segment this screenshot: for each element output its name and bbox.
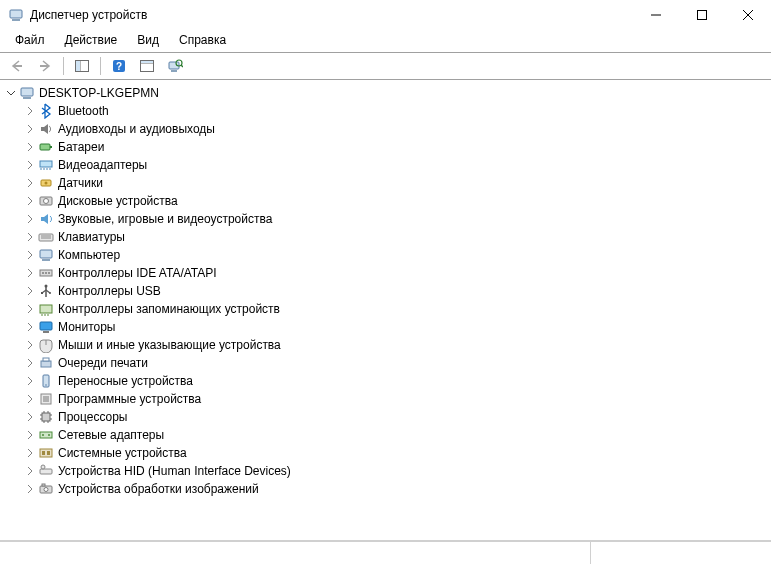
expand-collapse-icon[interactable]: [23, 484, 37, 494]
device-category-label: Батареи: [58, 140, 104, 154]
expand-collapse-icon[interactable]: [4, 88, 18, 98]
device-category-node[interactable]: Очереди печати: [23, 354, 767, 372]
toolbar-separator: [100, 57, 101, 75]
device-category-node[interactable]: Аудиовходы и аудиовыходы: [23, 120, 767, 138]
expand-collapse-icon[interactable]: [23, 268, 37, 278]
svg-rect-20: [21, 88, 33, 96]
expand-collapse-icon[interactable]: [23, 448, 37, 458]
battery-icon: [38, 139, 54, 155]
expand-collapse-icon[interactable]: [23, 106, 37, 116]
device-category-node[interactable]: Клавиатуры: [23, 228, 767, 246]
device-category-label: Компьютер: [58, 248, 120, 262]
device-category-label: Сетевые адаптеры: [58, 428, 164, 442]
audio-icon: [38, 121, 54, 137]
device-category-node[interactable]: Сетевые адаптеры: [23, 426, 767, 444]
svg-rect-53: [43, 331, 49, 333]
device-category-node[interactable]: Процессоры: [23, 408, 767, 426]
device-tree-pane[interactable]: DESKTOP-LKGEPMN BluetoothАудиовходы и ау…: [0, 80, 771, 541]
expand-collapse-icon[interactable]: [23, 124, 37, 134]
device-category-node[interactable]: Компьютер: [23, 246, 767, 264]
expand-collapse-icon[interactable]: [23, 232, 37, 242]
device-category-node[interactable]: Контроллеры USB: [23, 282, 767, 300]
software-dev-icon: [38, 391, 54, 407]
device-category-label: Системные устройства: [58, 446, 187, 460]
menu-view[interactable]: Вид: [130, 32, 166, 48]
expand-collapse-icon[interactable]: [23, 160, 37, 170]
tree-root-label: DESKTOP-LKGEPMN: [39, 86, 159, 100]
svg-point-30: [45, 182, 48, 185]
toolbar-scan-hardware-button[interactable]: [162, 54, 188, 78]
device-category-node[interactable]: Устройства обработки изображений: [23, 480, 767, 498]
device-category-node[interactable]: Переносные устройства: [23, 372, 767, 390]
storage-ctrl-icon: [38, 301, 54, 317]
toolbar-help-button[interactable]: ?: [106, 54, 132, 78]
device-category-node[interactable]: Системные устройства: [23, 444, 767, 462]
expand-collapse-icon[interactable]: [23, 304, 37, 314]
device-category-label: Переносные устройства: [58, 374, 193, 388]
menu-help[interactable]: Справка: [172, 32, 233, 48]
expand-collapse-icon[interactable]: [23, 286, 37, 296]
minimize-button[interactable]: [633, 0, 679, 30]
device-category-node[interactable]: Мониторы: [23, 318, 767, 336]
expand-collapse-icon[interactable]: [23, 358, 37, 368]
expand-collapse-icon[interactable]: [23, 178, 37, 188]
device-category-node[interactable]: Дисковые устройства: [23, 192, 767, 210]
expand-collapse-icon[interactable]: [23, 430, 37, 440]
device-category-label: Мониторы: [58, 320, 115, 334]
device-category-node[interactable]: Датчики: [23, 174, 767, 192]
device-category-node[interactable]: Bluetooth: [23, 102, 767, 120]
device-category-node[interactable]: Звуковые, игровые и видеоустройства: [23, 210, 767, 228]
toolbar-show-hide-tree-button[interactable]: [69, 54, 95, 78]
device-category-node[interactable]: Мыши и иные указывающие устройства: [23, 336, 767, 354]
svg-point-58: [45, 384, 47, 386]
tree-root-node[interactable]: DESKTOP-LKGEPMN: [4, 84, 767, 102]
close-button[interactable]: [725, 0, 771, 30]
app-icon: [8, 7, 24, 23]
expand-collapse-icon[interactable]: [23, 142, 37, 152]
portable-icon: [38, 373, 54, 389]
monitor-icon: [38, 319, 54, 335]
svg-point-47: [49, 292, 51, 294]
toolbar-back-button[interactable]: [4, 54, 30, 78]
device-category-node[interactable]: Контроллеры запоминающих устройств: [23, 300, 767, 318]
device-category-node[interactable]: Контроллеры IDE ATA/ATAPI: [23, 264, 767, 282]
expand-collapse-icon[interactable]: [23, 322, 37, 332]
expand-collapse-icon[interactable]: [23, 196, 37, 206]
expand-collapse-icon[interactable]: [23, 214, 37, 224]
svg-rect-0: [10, 10, 22, 18]
device-category-label: Аудиовходы и аудиовыходы: [58, 122, 215, 136]
device-category-node[interactable]: Батареи: [23, 138, 767, 156]
svg-rect-76: [40, 469, 52, 474]
maximize-button[interactable]: [679, 0, 725, 30]
svg-rect-15: [141, 61, 153, 63]
svg-rect-17: [171, 70, 177, 72]
toolbar-forward-button[interactable]: [32, 54, 58, 78]
system-dev-icon: [38, 445, 54, 461]
expand-collapse-icon[interactable]: [23, 340, 37, 350]
svg-point-79: [44, 488, 48, 492]
svg-rect-73: [40, 449, 52, 457]
toolbar-properties-button[interactable]: [134, 54, 160, 78]
svg-line-5: [743, 10, 753, 20]
menu-action[interactable]: Действие: [58, 32, 125, 48]
menu-file[interactable]: Файл: [8, 32, 52, 48]
computer-icon: [19, 85, 35, 101]
expand-collapse-icon[interactable]: [23, 376, 37, 386]
expand-collapse-icon[interactable]: [23, 250, 37, 260]
svg-rect-24: [40, 161, 52, 167]
device-category-node[interactable]: Видеоадаптеры: [23, 156, 767, 174]
svg-point-39: [42, 272, 44, 274]
expand-collapse-icon[interactable]: [23, 466, 37, 476]
svg-rect-21: [23, 97, 31, 99]
menubar: Файл Действие Вид Справка: [0, 30, 771, 50]
device-category-node[interactable]: Устройства HID (Human Interface Devices): [23, 462, 767, 480]
display-adapter-icon: [38, 157, 54, 173]
device-category-node[interactable]: Программные устройства: [23, 390, 767, 408]
svg-rect-74: [42, 451, 45, 455]
ide-icon: [38, 265, 54, 281]
expand-collapse-icon[interactable]: [23, 394, 37, 404]
toolbar-separator: [63, 57, 64, 75]
svg-rect-48: [40, 305, 52, 313]
statusbar-pane-right: [591, 542, 771, 564]
expand-collapse-icon[interactable]: [23, 412, 37, 422]
